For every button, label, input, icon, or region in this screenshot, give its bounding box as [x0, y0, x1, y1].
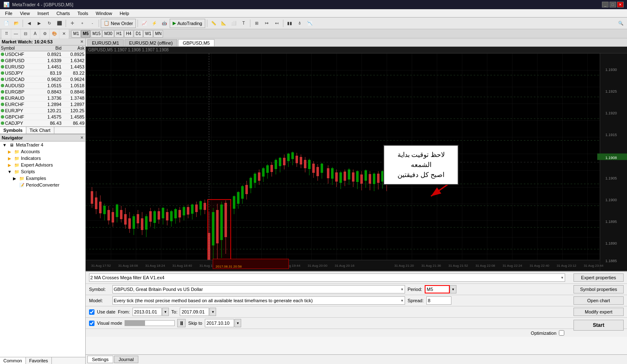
mw-row-usdcad[interactable]: USDCAD0.96200.9624	[0, 76, 85, 83]
hline-tool[interactable]: ⊟	[21, 29, 30, 38]
nav-metatrader4[interactable]: ▼ 🖥 MetaTrader 4	[0, 142, 85, 148]
period-m1[interactable]: M1	[71, 30, 81, 38]
symbol-dropdown[interactable]: GBPUSD, Great Britain Pound vs US Dollar	[112, 285, 405, 293]
zoom-fit-btn[interactable]: ⊞	[252, 19, 261, 28]
nav-indicators[interactable]: ▶ 📁 Indicators	[5, 155, 85, 162]
bar-chart-btn[interactable]: ▮▮	[285, 19, 294, 28]
search-btn[interactable]: 🔍	[616, 19, 625, 28]
chart-tab-eurusd-m1[interactable]: EURUSD,M1	[87, 39, 124, 46]
mw-row-euraud[interactable]: EURAUD1.37361.3748	[0, 95, 85, 101]
symbol-properties-button[interactable]: Symbol properties	[573, 285, 624, 293]
zoom-in-btn[interactable]: +	[78, 19, 87, 28]
title-bar-controls[interactable]: _ □ ✕	[602, 2, 624, 8]
crosshair-btn[interactable]: ✛	[68, 19, 77, 28]
menu-insert[interactable]: Insert	[34, 10, 52, 17]
text-btn[interactable]: T	[239, 19, 248, 28]
scroll-left-btn[interactable]: ↤	[272, 19, 281, 28]
scroll-right-btn[interactable]: ↦	[262, 19, 271, 28]
period-m30[interactable]: M30	[102, 30, 114, 38]
indicators-btn[interactable]: ⚡	[150, 19, 159, 28]
period-h4[interactable]: H4	[124, 30, 133, 38]
mw-row-eurchf[interactable]: EURCHF1.28941.2897	[0, 101, 85, 108]
mw-row-eurusd[interactable]: EURUSD1.44511.4453	[0, 64, 85, 70]
experts-btn[interactable]: 🤖	[160, 19, 169, 28]
chart-canvas[interactable]: 1.1930 1.1925 1.1920 1.1915 1.1910 1.190…	[86, 53, 627, 271]
skip-to-btn[interactable]: ▼	[234, 319, 241, 327]
nav-scripts[interactable]: ▼ 📁 Scripts	[5, 168, 85, 175]
spread-input[interactable]	[426, 296, 451, 305]
period-w1[interactable]: W1	[143, 30, 153, 38]
market-watch-collapse[interactable]: ✕	[80, 40, 84, 44]
new-btn[interactable]: 📄	[2, 19, 11, 28]
from-date-input[interactable]	[133, 308, 162, 316]
mw-row-usdjpy[interactable]: USDJPY83.1983.22	[0, 70, 85, 76]
nav-accounts[interactable]: ▶ 📁 Accounts	[5, 148, 85, 155]
close-button[interactable]: ✕	[617, 2, 624, 8]
optimization-checkbox[interactable]	[559, 330, 564, 336]
line-chart-btn[interactable]: 📉	[305, 19, 314, 28]
model-dropdown-wrap[interactable]: Every tick (the most precise method base…	[112, 296, 405, 305]
period-m5[interactable]: M5	[81, 30, 90, 38]
period-mn[interactable]: MN	[153, 30, 163, 38]
color-tool[interactable]: 🎨	[50, 29, 59, 38]
maximize-button[interactable]: □	[609, 2, 616, 8]
period-d1[interactable]: D1	[134, 30, 143, 38]
delete-tool[interactable]: ✕	[59, 29, 69, 38]
navigator-collapse[interactable]: ✕	[80, 136, 84, 140]
open-chart-button[interactable]: Open chart	[573, 296, 624, 305]
rect-btn[interactable]: ⬜	[229, 19, 238, 28]
zoom-out-btn[interactable]: -	[88, 19, 97, 28]
minimize-button[interactable]: _	[602, 2, 609, 8]
tab-symbols[interactable]: Symbols	[0, 127, 26, 134]
menu-charts[interactable]: Charts	[53, 10, 73, 17]
refresh-btn[interactable]: ↻	[45, 19, 54, 28]
mw-row-eurjpy[interactable]: EURJPY120.21120.25	[0, 108, 85, 114]
tab-settings[interactable]: Settings	[87, 356, 113, 363]
to-date-input[interactable]	[180, 308, 209, 316]
model-dropdown[interactable]: Every tick (the most precise method base…	[112, 296, 405, 305]
period-dropdown-btn[interactable]: ▼	[450, 285, 456, 293]
nav-tab-favorites[interactable]: Favorites	[26, 357, 52, 364]
visual-mode-checkbox[interactable]	[89, 321, 94, 326]
from-date-btn[interactable]: ▼	[162, 308, 169, 316]
ea-dropdown-wrap[interactable]: 2 MA Crosses Mega filter EA V1.ex4	[89, 273, 565, 282]
nav-tab-common[interactable]: Common	[0, 357, 26, 364]
stop-btn[interactable]: ⬛	[55, 19, 64, 28]
auto-trading-button[interactable]: ▶ AutoTrading	[170, 19, 205, 28]
new-order-button[interactable]: 📋 New Order	[101, 19, 136, 28]
nav-expert-advisors[interactable]: ▶ 📁 Expert Advisors	[5, 162, 85, 168]
tab-journal[interactable]: Journal	[114, 356, 138, 363]
period-h1[interactable]: H1	[115, 30, 124, 38]
menu-tools[interactable]: Tools	[74, 10, 92, 17]
use-date-checkbox[interactable]	[89, 309, 94, 315]
modify-expert-button[interactable]: Modify expert	[573, 308, 624, 316]
mw-row-cadjpy[interactable]: CADJPY86.4386.49	[0, 120, 85, 126]
skip-to-input[interactable]	[205, 319, 234, 327]
candle-btn[interactable]: 🕯	[295, 19, 304, 28]
to-date-btn[interactable]: ▼	[209, 308, 216, 316]
mw-row-usdchf[interactable]: USDCHF0.89210.8925	[0, 51, 85, 58]
chart-tab-gbpusd-m5[interactable]: GBPUSD,M5	[178, 39, 214, 46]
nav-examples[interactable]: ▶ 📁 Examples	[10, 175, 85, 182]
text-tool2[interactable]: A	[31, 29, 40, 38]
mw-row-gbpusd[interactable]: GBPUSD1.63391.6342	[0, 58, 85, 64]
period-m15[interactable]: M15	[91, 30, 102, 38]
open-btn[interactable]: 📂	[12, 19, 21, 28]
back-btn[interactable]: ◀	[25, 19, 34, 28]
menu-window[interactable]: Window	[92, 10, 115, 17]
pause-button[interactable]: ⏸	[177, 319, 186, 327]
start-button[interactable]: Start	[573, 320, 624, 331]
mw-row-audusd[interactable]: AUDUSD1.05151.0518	[0, 83, 85, 89]
nav-period-converter[interactable]: 📝 PeriodConverter	[10, 182, 85, 188]
menu-help[interactable]: Help	[116, 10, 133, 17]
chart-tab-eurusd-m2[interactable]: EURUSD,M2 (offline)	[125, 39, 177, 46]
tab-tick-chart[interactable]: Tick Chart	[26, 127, 54, 134]
drag-handle[interactable]: ⠿	[2, 29, 11, 38]
line-btn[interactable]: 📏	[209, 19, 218, 28]
line-tool[interactable]: —	[11, 29, 20, 38]
mw-row-eurgbp[interactable]: EURGBP0.88430.8846	[0, 89, 85, 95]
chart-type-btn[interactable]: 📈	[140, 19, 149, 28]
ea-dropdown[interactable]: 2 MA Crosses Mega filter EA V1.ex4	[89, 273, 565, 282]
period-input[interactable]	[425, 285, 450, 293]
forward-btn[interactable]: ▶	[35, 19, 44, 28]
